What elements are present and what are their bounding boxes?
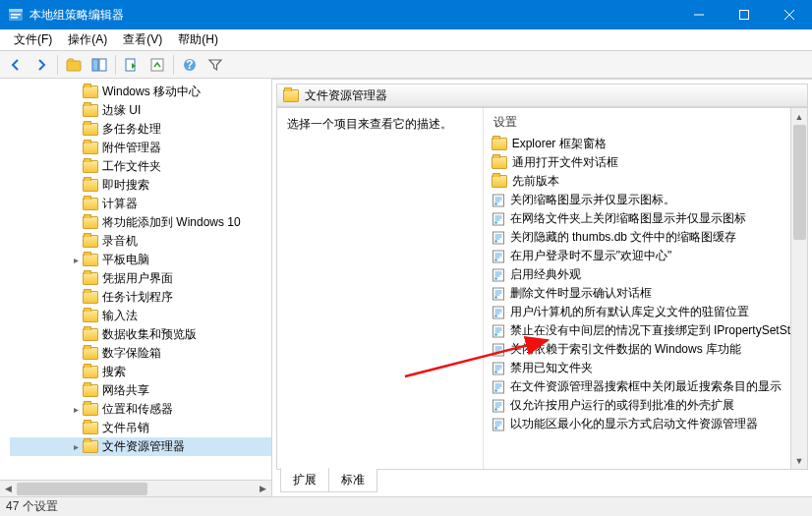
tree-item[interactable]: 输入法 xyxy=(10,307,271,325)
nav-back-button[interactable] xyxy=(4,53,28,77)
maximize-button[interactable] xyxy=(722,0,767,29)
list-item-policy[interactable]: 在文件资源管理器搜索框中关闭最近搜索条目的显示 xyxy=(492,377,790,396)
svg-rect-5 xyxy=(67,61,81,71)
svg-rect-4 xyxy=(740,11,749,20)
list-item-policy[interactable]: 关闭缩略图显示并仅显示图标。 xyxy=(492,191,790,209)
list-item-policy[interactable]: 关闭依赖于索引文件数据的 Windows 库功能 xyxy=(492,340,790,359)
list-item-folder[interactable]: 通用打开文件对话框 xyxy=(492,153,790,172)
tree-hscrollbar[interactable]: ◀ ▶ xyxy=(0,480,271,496)
folder-icon xyxy=(83,422,98,434)
policy-icon xyxy=(492,362,505,375)
policy-icon xyxy=(492,268,505,282)
svg-rect-25 xyxy=(494,315,497,316)
tree-item-label: 凭据用户界面 xyxy=(102,270,173,287)
details-title: 文件资源管理器 xyxy=(305,87,387,104)
tree-item[interactable]: 文件吊销 xyxy=(10,419,271,437)
app-icon xyxy=(8,7,24,23)
tree-item[interactable]: 计算器 xyxy=(10,195,271,213)
tool-help-button[interactable]: ? xyxy=(178,53,202,77)
tree-item-label: Windows 移动中心 xyxy=(102,84,201,100)
svg-rect-9 xyxy=(151,59,163,71)
list-item-label: 通用打开文件对话框 xyxy=(512,154,618,171)
tree-item[interactable]: ▸文件资源管理器 xyxy=(10,437,271,456)
folder-icon xyxy=(83,328,98,341)
tab-extended[interactable]: 扩展 xyxy=(280,468,329,492)
policy-icon xyxy=(492,380,505,394)
list-item-policy[interactable]: 禁止在没有中间层的情况下直接绑定到 IPropertySetSt xyxy=(492,321,790,340)
tree-item[interactable]: 多任务处理 xyxy=(10,120,271,139)
list-item-policy[interactable]: 启用经典外观 xyxy=(492,265,790,284)
list-item-policy[interactable]: 在网络文件夹上关闭缩略图显示并仅显示图标 xyxy=(492,209,790,228)
expand-icon[interactable]: ▸ xyxy=(69,255,83,265)
list-item-policy[interactable]: 以功能区最小化的显示方式启动文件资源管理器 xyxy=(492,415,790,433)
svg-rect-19 xyxy=(494,258,497,260)
list-item-label: 用户/计算机的所有默认库定义文件的驻留位置 xyxy=(510,304,749,320)
tree-item[interactable]: 任务计划程序 xyxy=(10,288,271,307)
folder-icon xyxy=(83,104,98,117)
menu-view[interactable]: 查看(V) xyxy=(115,29,170,50)
expand-icon[interactable]: ▸ xyxy=(69,404,83,415)
close-button[interactable] xyxy=(767,0,812,29)
list-item-label: 禁用已知文件夹 xyxy=(510,360,593,376)
tree-item-label: 任务计划程序 xyxy=(102,289,173,306)
menu-help[interactable]: 帮助(H) xyxy=(170,29,226,50)
tree-item[interactable]: 数字保险箱 xyxy=(10,344,271,363)
tree-item-label: 工作文件夹 xyxy=(102,158,161,175)
list-item-policy[interactable]: 禁用已知文件夹 xyxy=(492,359,790,377)
folder-icon xyxy=(83,160,98,173)
policy-icon xyxy=(492,250,505,263)
tool-export-button[interactable] xyxy=(120,53,144,77)
tree-item-label: 搜索 xyxy=(102,364,126,380)
tree-item[interactable]: Windows 移动中心 xyxy=(10,83,271,101)
svg-rect-13 xyxy=(494,202,497,204)
policy-icon xyxy=(492,324,505,338)
svg-rect-15 xyxy=(494,221,497,223)
svg-rect-23 xyxy=(494,296,497,298)
toolbar-separator xyxy=(57,55,58,75)
tree-item[interactable]: 网络共享 xyxy=(10,381,271,400)
tree-item[interactable]: 录音机 xyxy=(10,232,271,251)
tree-item[interactable]: 即时搜索 xyxy=(10,176,271,195)
list-item-policy[interactable]: 删除文件时显示确认对话框 xyxy=(492,284,790,303)
list-item-label: 关闭缩略图显示并仅显示图标。 xyxy=(510,192,675,208)
svg-rect-27 xyxy=(494,333,497,335)
tree-item[interactable]: 将功能添加到 Windows 10 xyxy=(10,213,271,232)
tab-standard[interactable]: 标准 xyxy=(328,469,377,492)
tree-item[interactable]: ▸位置和传感器 xyxy=(10,400,271,419)
tree-item[interactable]: 搜索 xyxy=(10,363,271,381)
tree-item[interactable]: 边缘 UI xyxy=(10,101,271,120)
tree-item[interactable]: 凭据用户界面 xyxy=(10,269,271,288)
minimize-button[interactable] xyxy=(676,0,722,29)
menu-action[interactable]: 操作(A) xyxy=(60,29,115,50)
tree-item[interactable]: ▸平板电脑 xyxy=(10,251,271,269)
expand-icon[interactable]: ▸ xyxy=(69,441,83,452)
list-item-folder[interactable]: 先前版本 xyxy=(492,172,790,191)
folder-icon xyxy=(83,142,98,154)
tree-item[interactable]: 数据收集和预览版 xyxy=(10,325,271,344)
tool-refresh-button[interactable] xyxy=(145,53,169,77)
tool-filter-button[interactable] xyxy=(203,53,227,77)
tree-pane: Windows 移动中心边缘 UI多任务处理附件管理器工作文件夹即时搜索计算器将… xyxy=(0,79,272,496)
list-item-policy[interactable]: 关闭隐藏的 thumbs.db 文件中的缩略图缓存 xyxy=(492,228,790,247)
list-vscrollbar[interactable]: ▲ ▼ xyxy=(790,108,807,469)
list-item-policy[interactable]: 仅允许按用户运行的或得到批准的外壳扩展 xyxy=(492,396,790,415)
svg-rect-3 xyxy=(11,17,18,19)
menu-file[interactable]: 文件(F) xyxy=(6,29,60,50)
folder-icon xyxy=(83,310,98,322)
nav-forward-button[interactable] xyxy=(29,53,53,77)
titlebar: 本地组策略编辑器 xyxy=(0,0,812,29)
tool-showhide-button[interactable] xyxy=(87,53,111,77)
toolbar-separator xyxy=(115,55,116,75)
tree-item[interactable]: 附件管理器 xyxy=(10,139,271,157)
folder-icon xyxy=(492,175,507,188)
folder-icon xyxy=(83,347,98,360)
folder-icon xyxy=(83,254,98,266)
tree-item[interactable]: 工作文件夹 xyxy=(10,157,271,176)
folder-icon xyxy=(83,403,98,416)
list-item-policy[interactable]: 在用户登录时不显示"欢迎中心" xyxy=(492,247,790,265)
list-item-folder[interactable]: Explorer 框架窗格 xyxy=(492,135,790,153)
policy-icon xyxy=(492,194,505,207)
column-header-setting[interactable]: 设置 xyxy=(484,108,790,135)
list-item-policy[interactable]: 用户/计算机的所有默认库定义文件的驻留位置 xyxy=(492,303,790,321)
tool-folder-button[interactable] xyxy=(62,53,86,77)
